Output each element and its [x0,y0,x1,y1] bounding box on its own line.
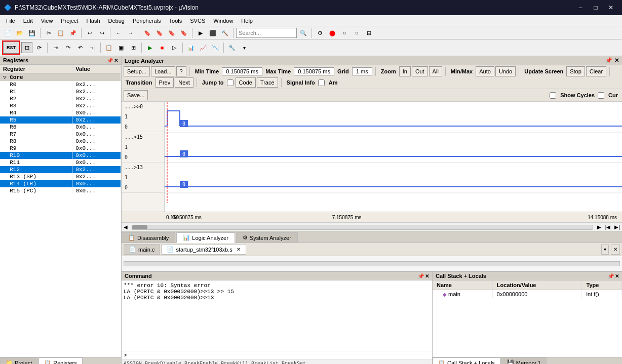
la-zoom-all-button[interactable]: All [429,66,442,76]
tab-disassembly[interactable]: 📋 Disassembly [122,232,175,242]
tab-logic-analyzer[interactable]: 📊 Logic Analyzer [176,232,235,243]
tb-new[interactable]: 📄 [2,27,13,38]
la-save-button[interactable]: Save... [124,90,148,100]
command-input[interactable] [129,352,430,358]
jump-to-checkbox[interactable] [227,79,234,86]
menu-flash[interactable]: Flash [83,17,104,25]
tb-dbg-spin[interactable]: ⟳ [33,42,45,53]
tb-build3[interactable]: 🔨 [219,27,230,38]
table-row[interactable]: R2 0x2... [0,95,121,102]
la-auto-button[interactable]: Auto [476,66,494,76]
tb-circle3[interactable]: ○ [351,27,362,38]
tb-cut[interactable]: ✂ [43,27,54,38]
tab-callstack-locals[interactable]: 📋 Call Stack + Locals [433,357,500,364]
table-row[interactable]: R1 0x2... [0,88,121,95]
maximize-button[interactable]: □ [589,3,603,13]
menu-edit[interactable]: Edit [19,17,37,25]
file-scroll-bar[interactable] [124,261,620,266]
tb-step-out[interactable]: ↶ [74,42,86,53]
tb-red-circle[interactable]: ⬤ [327,27,338,38]
table-row[interactable]: R9 0x0... [0,145,121,152]
tb-perf[interactable]: 📊 [185,42,197,53]
file-tabs-close-btn[interactable]: ✕ [611,245,620,255]
la-stop-button[interactable]: Stop [566,66,585,76]
cur-checkbox[interactable] [598,92,604,99]
cs-pin-icon[interactable]: 📌 [608,273,614,279]
close-button[interactable]: ✕ [604,3,618,13]
tb-bkpt2[interactable]: 🔖 [154,27,165,38]
table-row[interactable]: R15 (PC) 0x0... [0,187,121,194]
table-row[interactable]: R7 0x0... [0,131,121,138]
menu-svcs[interactable]: SVCS [186,17,209,25]
la-zoom-in-button[interactable]: In [399,66,411,76]
tb-circle2[interactable]: ○ [339,27,350,38]
la-clear-button[interactable]: Clear [586,66,606,76]
tb-copy[interactable]: 📋 [55,27,66,38]
tb-redo[interactable]: ↪ [96,27,107,38]
tb-save[interactable]: 💾 [26,27,37,38]
file-tab-startup[interactable]: 📄 startup_stm32f103xb.s ✕ [161,244,246,255]
minimize-button[interactable]: – [573,3,588,13]
tb-paste[interactable]: 📌 [67,27,79,38]
tb-settings[interactable]: ⚙ [315,27,326,38]
table-row[interactable]: R3 0x2... [0,102,121,109]
registers-close-icon[interactable]: ✕ [114,58,118,63]
registers-pin-icon[interactable]: 📌 [107,58,113,63]
tb-run[interactable]: ▶ [144,42,156,53]
tab-memory1[interactable]: 💾 Memory 1 [501,357,547,364]
tb-bkpt[interactable]: 🔖 [142,27,153,38]
tb-build[interactable]: ▶ [195,27,206,38]
tb-undo[interactable]: ↩ [84,27,95,38]
show-cycles-checkbox[interactable] [550,92,556,99]
la-load-button[interactable]: Load... [151,66,175,76]
scroll-start-btn[interactable]: ▶| [612,224,622,230]
table-row-selected[interactable]: R12 0x2... [0,166,121,173]
la-pin-icon[interactable]: 📌 [605,57,612,64]
tb-cmd2[interactable]: ▣ [115,42,127,53]
table-row[interactable]: R13 (SP) 0x2... [0,173,121,180]
tb-dbg-icon[interactable]: ⊡ [21,42,32,53]
la-close-icon[interactable]: ✕ [614,57,619,64]
cmd-close-icon[interactable]: ✕ [425,273,429,279]
la-scrollbar[interactable]: ◀ ▶ |◀ ▶| [122,223,622,231]
scroll-right-btn[interactable]: ▶ [595,224,603,230]
la-next-button[interactable]: Next [175,77,193,88]
tb-nav-back[interactable]: ← [113,27,124,38]
tb-tools3[interactable]: ▾ [239,42,250,53]
scroll-thumb[interactable] [132,225,147,229]
signal-info-checkbox[interactable] [318,79,325,86]
scroll-end-btn[interactable]: |◀ [603,224,613,230]
tb-bkpt4[interactable]: 🔖 [178,27,189,38]
table-row-selected[interactable]: R10 0x0... [0,152,121,159]
scroll-track[interactable] [132,225,593,230]
table-row[interactable]: R4 0x0... [0,109,121,116]
menu-help[interactable]: Help [237,17,257,25]
tab-registers[interactable]: 📋 Registers [38,357,82,364]
search-input[interactable] [236,28,297,38]
tb-step-over[interactable]: ↷ [62,42,73,53]
table-row[interactable]: R0 0x2... [0,81,121,88]
cmd-pin-icon[interactable]: 📌 [418,273,424,279]
la-help-button[interactable]: ? [176,66,186,76]
scroll-left-btn[interactable]: ◀ [122,224,130,230]
file-tab-mainc[interactable]: 📄 main.c [124,244,160,255]
callstack-row[interactable]: ◆ main 0x00000000 int f() [433,290,622,299]
tb-disasm[interactable]: 📋 [103,42,114,53]
tb-stop2[interactable]: ■ [157,42,168,53]
menu-peripherals[interactable]: Peripherals [129,17,165,25]
la-trace-button[interactable]: Trace [257,77,278,88]
table-row[interactable]: R8 0x0... [0,138,121,145]
table-row[interactable]: R6 0x0... [0,124,121,131]
menu-project[interactable]: Project [57,17,82,25]
table-row-selected[interactable]: R14 (LR) 0x0... [0,180,121,187]
menu-tools[interactable]: Tools [165,17,186,25]
tb-options[interactable]: ⊞ [363,27,374,38]
menu-file[interactable]: File [2,17,19,25]
menu-view[interactable]: View [37,17,57,25]
tab-project[interactable]: 📁 Project [0,357,37,364]
tb-bkpt3[interactable]: 🔖 [166,27,177,38]
table-row[interactable]: R11 0x0... [0,159,121,166]
cs-close-icon[interactable]: ✕ [615,273,619,279]
tb-perf2[interactable]: 📈 [198,42,209,53]
rst-button[interactable]: RST [3,42,19,54]
